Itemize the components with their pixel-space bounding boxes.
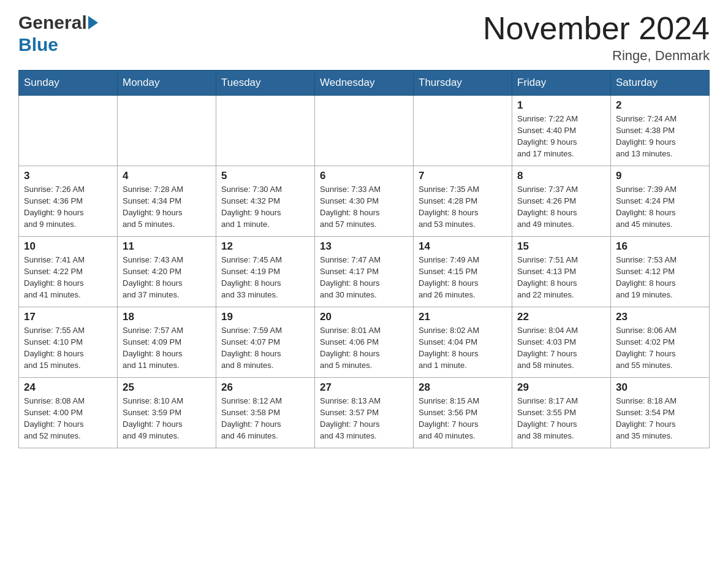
- day-number: 5: [221, 170, 309, 182]
- calendar-cell: [315, 96, 414, 166]
- calendar-cell: [414, 96, 512, 166]
- day-info: Sunrise: 8:04 AM Sunset: 4:03 PM Dayligh…: [517, 325, 605, 371]
- calendar-cell: 19Sunrise: 7:59 AM Sunset: 4:07 PM Dayli…: [216, 307, 315, 378]
- calendar-table: SundayMondayTuesdayWednesdayThursdayFrid…: [18, 70, 710, 448]
- weekday-header-tuesday: Tuesday: [216, 71, 315, 96]
- calendar-cell: 8Sunrise: 7:37 AM Sunset: 4:26 PM Daylig…: [512, 166, 611, 237]
- day-number: 11: [123, 240, 211, 253]
- calendar-cell: 13Sunrise: 7:47 AM Sunset: 4:17 PM Dayli…: [315, 237, 414, 307]
- day-info: Sunrise: 7:55 AM Sunset: 4:10 PM Dayligh…: [24, 325, 112, 371]
- page-header: General Blue November 2024 Ringe, Denmar…: [18, 12, 710, 64]
- day-number: 13: [320, 240, 408, 253]
- day-info: Sunrise: 7:22 AM Sunset: 4:40 PM Dayligh…: [517, 113, 605, 159]
- day-info: Sunrise: 7:57 AM Sunset: 4:09 PM Dayligh…: [123, 325, 211, 371]
- day-number: 9: [616, 170, 704, 182]
- calendar-cell: 27Sunrise: 8:13 AM Sunset: 3:57 PM Dayli…: [315, 378, 414, 448]
- calendar-cell: 5Sunrise: 7:30 AM Sunset: 4:32 PM Daylig…: [216, 166, 315, 237]
- logo-general-text: General: [18, 12, 87, 33]
- day-number: 30: [616, 381, 704, 394]
- calendar-cell: 30Sunrise: 8:18 AM Sunset: 3:54 PM Dayli…: [611, 378, 710, 448]
- day-number: 12: [221, 240, 309, 253]
- day-info: Sunrise: 7:43 AM Sunset: 4:20 PM Dayligh…: [123, 255, 211, 301]
- week-row-2: 3Sunrise: 7:26 AM Sunset: 4:36 PM Daylig…: [19, 166, 710, 237]
- day-number: 21: [419, 311, 507, 323]
- day-info: Sunrise: 7:24 AM Sunset: 4:38 PM Dayligh…: [616, 113, 704, 159]
- day-number: 16: [616, 240, 704, 253]
- calendar-cell: 4Sunrise: 7:28 AM Sunset: 4:34 PM Daylig…: [118, 166, 216, 237]
- day-info: Sunrise: 8:18 AM Sunset: 3:54 PM Dayligh…: [616, 396, 704, 442]
- calendar-cell: 6Sunrise: 7:33 AM Sunset: 4:30 PM Daylig…: [315, 166, 414, 237]
- day-info: Sunrise: 7:51 AM Sunset: 4:13 PM Dayligh…: [517, 255, 605, 301]
- weekday-header-wednesday: Wednesday: [315, 71, 414, 96]
- day-info: Sunrise: 8:12 AM Sunset: 3:58 PM Dayligh…: [221, 396, 309, 442]
- day-number: 26: [221, 381, 309, 394]
- day-info: Sunrise: 7:49 AM Sunset: 4:15 PM Dayligh…: [419, 255, 507, 301]
- day-info: Sunrise: 8:13 AM Sunset: 3:57 PM Dayligh…: [320, 396, 408, 442]
- day-number: 20: [320, 311, 408, 323]
- calendar-cell: 28Sunrise: 8:15 AM Sunset: 3:56 PM Dayli…: [414, 378, 512, 448]
- day-info: Sunrise: 7:28 AM Sunset: 4:34 PM Dayligh…: [123, 184, 211, 230]
- calendar-cell: 21Sunrise: 8:02 AM Sunset: 4:04 PM Dayli…: [414, 307, 512, 378]
- day-number: 24: [24, 381, 112, 394]
- location-text: Ringe, Denmark: [483, 48, 710, 64]
- calendar-cell: 3Sunrise: 7:26 AM Sunset: 4:36 PM Daylig…: [19, 166, 118, 237]
- day-info: Sunrise: 7:26 AM Sunset: 4:36 PM Dayligh…: [24, 184, 112, 230]
- title-section: November 2024 Ringe, Denmark: [483, 12, 710, 64]
- weekday-header-monday: Monday: [118, 71, 216, 96]
- day-number: 17: [24, 311, 112, 323]
- day-info: Sunrise: 8:17 AM Sunset: 3:55 PM Dayligh…: [517, 396, 605, 442]
- day-info: Sunrise: 7:39 AM Sunset: 4:24 PM Dayligh…: [616, 184, 704, 230]
- calendar-cell: 23Sunrise: 8:06 AM Sunset: 4:02 PM Dayli…: [611, 307, 710, 378]
- weekday-header-thursday: Thursday: [414, 71, 512, 96]
- day-number: 23: [616, 311, 704, 323]
- month-title: November 2024: [483, 12, 710, 44]
- day-number: 1: [517, 99, 605, 112]
- calendar-cell: 2Sunrise: 7:24 AM Sunset: 4:38 PM Daylig…: [611, 96, 710, 166]
- day-info: Sunrise: 8:01 AM Sunset: 4:06 PM Dayligh…: [320, 325, 408, 371]
- day-number: 4: [123, 170, 211, 182]
- day-info: Sunrise: 8:06 AM Sunset: 4:02 PM Dayligh…: [616, 325, 704, 371]
- calendar-cell: 22Sunrise: 8:04 AM Sunset: 4:03 PM Dayli…: [512, 307, 611, 378]
- day-number: 8: [517, 170, 605, 182]
- logo-arrow-icon: [88, 16, 98, 29]
- day-number: 29: [517, 381, 605, 394]
- day-info: Sunrise: 8:10 AM Sunset: 3:59 PM Dayligh…: [123, 396, 211, 442]
- calendar-cell: 9Sunrise: 7:39 AM Sunset: 4:24 PM Daylig…: [611, 166, 710, 237]
- day-number: 15: [517, 240, 605, 253]
- day-info: Sunrise: 7:35 AM Sunset: 4:28 PM Dayligh…: [419, 184, 507, 230]
- day-info: Sunrise: 7:53 AM Sunset: 4:12 PM Dayligh…: [616, 255, 704, 301]
- day-info: Sunrise: 8:15 AM Sunset: 3:56 PM Dayligh…: [419, 396, 507, 442]
- week-row-1: 1Sunrise: 7:22 AM Sunset: 4:40 PM Daylig…: [19, 96, 710, 166]
- calendar-cell: 24Sunrise: 8:08 AM Sunset: 4:00 PM Dayli…: [19, 378, 118, 448]
- calendar-cell: [19, 96, 118, 166]
- day-number: 7: [419, 170, 507, 182]
- calendar-cell: 25Sunrise: 8:10 AM Sunset: 3:59 PM Dayli…: [118, 378, 216, 448]
- day-number: 3: [24, 170, 112, 182]
- week-row-5: 24Sunrise: 8:08 AM Sunset: 4:00 PM Dayli…: [19, 378, 710, 448]
- day-info: Sunrise: 8:08 AM Sunset: 4:00 PM Dayligh…: [24, 396, 112, 442]
- logo: General Blue: [18, 12, 98, 55]
- calendar-cell: 14Sunrise: 7:49 AM Sunset: 4:15 PM Dayli…: [414, 237, 512, 307]
- logo-blue-text: Blue: [18, 34, 58, 55]
- day-number: 18: [123, 311, 211, 323]
- calendar-cell: 20Sunrise: 8:01 AM Sunset: 4:06 PM Dayli…: [315, 307, 414, 378]
- calendar-cell: 1Sunrise: 7:22 AM Sunset: 4:40 PM Daylig…: [512, 96, 611, 166]
- calendar-cell: 11Sunrise: 7:43 AM Sunset: 4:20 PM Dayli…: [118, 237, 216, 307]
- day-number: 28: [419, 381, 507, 394]
- day-info: Sunrise: 7:59 AM Sunset: 4:07 PM Dayligh…: [221, 325, 309, 371]
- day-info: Sunrise: 7:47 AM Sunset: 4:17 PM Dayligh…: [320, 255, 408, 301]
- calendar-cell: [118, 96, 216, 166]
- weekday-header-saturday: Saturday: [611, 71, 710, 96]
- week-row-3: 10Sunrise: 7:41 AM Sunset: 4:22 PM Dayli…: [19, 237, 710, 307]
- day-number: 19: [221, 311, 309, 323]
- day-number: 25: [123, 381, 211, 394]
- day-info: Sunrise: 7:30 AM Sunset: 4:32 PM Dayligh…: [221, 184, 309, 230]
- day-number: 27: [320, 381, 408, 394]
- weekday-header-row: SundayMondayTuesdayWednesdayThursdayFrid…: [19, 71, 710, 96]
- calendar-cell: 18Sunrise: 7:57 AM Sunset: 4:09 PM Dayli…: [118, 307, 216, 378]
- day-info: Sunrise: 7:33 AM Sunset: 4:30 PM Dayligh…: [320, 184, 408, 230]
- day-number: 6: [320, 170, 408, 182]
- day-info: Sunrise: 7:37 AM Sunset: 4:26 PM Dayligh…: [517, 184, 605, 230]
- calendar-cell: [216, 96, 315, 166]
- day-number: 10: [24, 240, 112, 253]
